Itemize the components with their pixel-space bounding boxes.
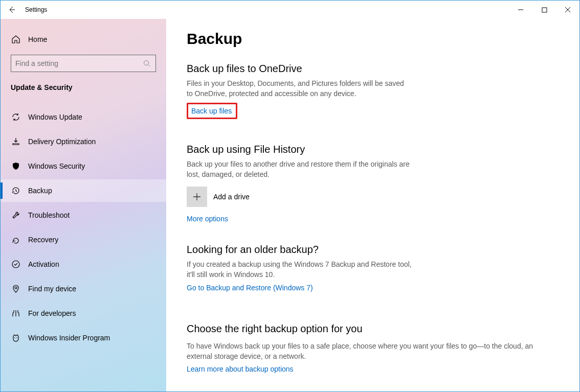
home-button[interactable]: Home [1,29,166,50]
sidebar-item-label: Windows Insider Program [28,334,110,342]
plus-icon [192,192,202,201]
download-icon [11,137,21,146]
sidebar-item-recovery[interactable]: Recovery [1,228,166,251]
close-button[interactable] [556,1,579,19]
back-button[interactable] [1,1,23,19]
section-body: Files in your Desktop, Documents, and Pi… [187,79,412,99]
sidebar-item-activation[interactable]: Activation [1,253,166,275]
sidebar-item-label: For developers [28,309,76,317]
plus-tile[interactable] [187,187,207,207]
section-older-backup: Looking for an older backup? If you crea… [187,244,559,292]
window-title: Settings [25,6,47,13]
nav-list: Windows Update Delivery Optimization Win… [1,106,166,349]
svg-rect-0 [542,8,547,12]
minimize-icon [518,7,524,13]
backup-files-link[interactable]: Back up files [191,107,232,115]
svg-point-3 [15,287,17,289]
sidebar-item-label: Windows Security [28,162,85,170]
location-icon [11,284,21,293]
sidebar-item-label: Troubleshoot [28,211,70,219]
section-heading: Looking for an older backup? [187,244,559,256]
highlight-annotation: Back up files [187,103,237,119]
tools-icon [11,309,21,318]
main-content: Backup Back up files to OneDrive Files i… [166,19,579,391]
sidebar-item-find-my-device[interactable]: Find my device [1,278,166,300]
sidebar-item-label: Backup [28,187,52,195]
search-icon [142,60,151,67]
section-heading: Choose the right backup option for you [187,323,559,335]
svg-point-4 [14,337,15,338]
shield-icon [11,162,21,171]
section-body: Back up your files to another drive and … [187,159,412,179]
sidebar-item-windows-security[interactable]: Windows Security [1,155,166,177]
svg-point-5 [16,337,17,338]
title-bar: Settings [1,1,579,19]
section-heading: Back up files to OneDrive [187,63,559,75]
window-controls [509,1,579,19]
learn-more-backup-link[interactable]: Learn more about backup options [187,365,294,373]
refresh-icon [11,112,21,122]
sidebar-item-label: Delivery Optimization [28,137,96,146]
history-icon [11,186,21,195]
close-icon [565,7,571,13]
maximize-button[interactable] [532,1,556,19]
section-file-history: Back up using File History Back up your … [187,144,559,223]
check-circle-icon [11,260,21,269]
sidebar-item-label: Activation [28,260,59,268]
section-body: To have Windows back up your files to a … [187,341,559,362]
sidebar-item-label: Find my device [28,285,76,293]
backup-restore-win7-link[interactable]: Go to Backup and Restore (Windows 7) [187,284,313,292]
section-body: If you created a backup using the Window… [187,260,412,280]
svg-point-2 [12,261,19,268]
more-options-link[interactable]: More options [187,215,228,223]
sidebar-item-for-developers[interactable]: For developers [1,302,166,325]
wrench-icon [11,211,21,220]
section-heading: Back up using File History [187,144,559,155]
add-drive-label: Add a drive [213,193,250,201]
sidebar-item-label: Recovery [28,236,58,244]
sidebar-item-label: Windows Update [28,113,82,121]
add-drive-button[interactable]: Add a drive [187,187,559,207]
svg-point-1 [144,61,149,65]
maximize-icon [542,7,547,13]
sidebar-item-windows-insider-program[interactable]: Windows Insider Program [1,327,166,349]
sidebar-item-windows-update[interactable]: Windows Update [1,106,166,128]
sidebar-item-troubleshoot[interactable]: Troubleshoot [1,204,166,226]
ninja-cat-icon [11,333,21,342]
sidebar-item-backup[interactable]: Backup [1,179,166,202]
home-label: Home [28,35,47,43]
search-input-wrap[interactable] [11,55,156,72]
recovery-icon [11,235,21,244]
sidebar-category: Update & Security [1,83,166,91]
section-onedrive: Back up files to OneDrive Files in your … [187,63,559,119]
minimize-button[interactable] [509,1,532,19]
sidebar: Home Update & Security Windows Update [1,19,166,391]
home-icon [11,35,21,44]
section-choose-backup: Choose the right backup option for you T… [187,323,559,374]
arrow-left-icon [8,6,16,14]
page-title: Backup [187,30,559,48]
search-input[interactable] [15,59,142,67]
sidebar-item-delivery-optimization[interactable]: Delivery Optimization [1,130,166,153]
